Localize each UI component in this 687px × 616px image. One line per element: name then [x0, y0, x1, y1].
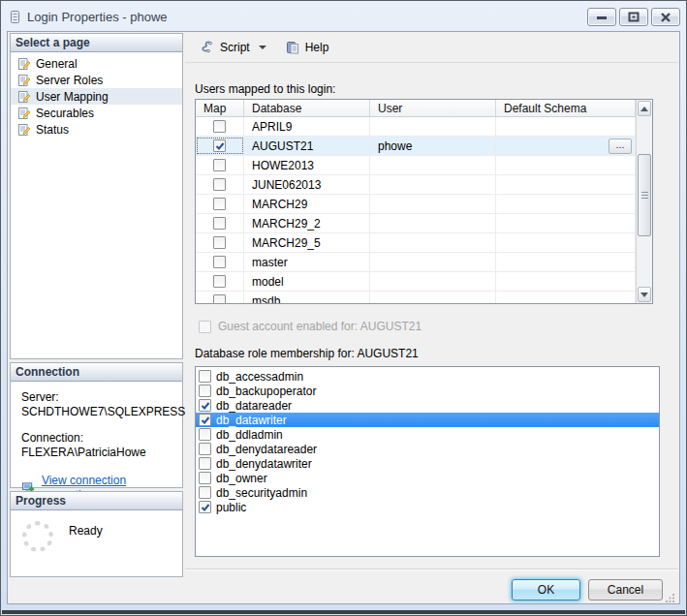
map-cell[interactable]	[196, 117, 244, 136]
role-checkbox[interactable]	[199, 472, 211, 484]
map-cell[interactable]	[196, 137, 244, 155]
user-cell[interactable]	[370, 156, 496, 174]
close-button[interactable]	[651, 8, 680, 26]
map-checkbox[interactable]	[213, 120, 226, 133]
maximize-button[interactable]	[619, 8, 648, 26]
minimize-button[interactable]	[587, 8, 616, 26]
scroll-up-button[interactable]	[638, 101, 651, 116]
user-cell[interactable]	[370, 292, 496, 303]
table-row[interactable]: AUGUST21phowe...	[196, 137, 636, 156]
default-schema-cell[interactable]	[496, 233, 636, 252]
map-cell[interactable]	[196, 195, 244, 213]
table-row[interactable]: model	[196, 272, 636, 292]
default-schema-cell[interactable]: ...	[496, 137, 636, 155]
role-checkbox[interactable]	[199, 399, 211, 412]
map-cell[interactable]	[196, 214, 244, 232]
resize-grip[interactable]	[666, 593, 675, 602]
role-row-db_securityadmin[interactable]: db_securityadmin	[196, 485, 659, 500]
default-schema-cell[interactable]	[496, 272, 636, 291]
table-row[interactable]: MARCH29_5	[196, 233, 636, 253]
database-cell[interactable]: AUGUST21	[244, 137, 370, 155]
role-row-db_denydatareader[interactable]: db_denydatareader	[196, 442, 659, 456]
default-schema-cell[interactable]	[496, 195, 636, 213]
default-schema-cell[interactable]	[496, 214, 636, 232]
role-checkbox[interactable]	[199, 486, 211, 499]
table-row[interactable]: HOWE2013	[196, 156, 636, 175]
default-schema-cell[interactable]	[496, 292, 636, 303]
table-row[interactable]: msdb	[196, 292, 636, 303]
role-row-db_accessadmin[interactable]: db_accessadmin	[196, 369, 659, 384]
map-checkbox[interactable]	[213, 159, 226, 171]
table-row[interactable]: MARCH29_2	[196, 214, 636, 233]
map-checkbox[interactable]	[213, 275, 226, 288]
help-button[interactable]: Help	[280, 37, 334, 58]
user-cell[interactable]	[370, 195, 496, 213]
database-cell[interactable]: master	[244, 253, 370, 271]
map-checkbox[interactable]	[213, 217, 226, 230]
database-cell[interactable]: HOWE2013	[244, 156, 370, 174]
sidebar-item-server-roles[interactable]: Server Roles	[11, 72, 182, 88]
role-checkbox[interactable]	[199, 443, 211, 455]
ok-button[interactable]: OK	[512, 579, 580, 601]
sidebar-item-status[interactable]: Status	[11, 121, 182, 138]
map-checkbox[interactable]	[213, 198, 226, 210]
map-cell[interactable]	[196, 156, 244, 174]
table-row[interactable]: MARCH29	[196, 195, 636, 214]
database-cell[interactable]: msdb	[244, 292, 370, 303]
user-cell[interactable]	[370, 214, 496, 232]
database-cell[interactable]: APRIL9	[244, 117, 370, 136]
user-cell[interactable]	[370, 233, 496, 252]
browse-schema-button[interactable]: ...	[609, 139, 632, 154]
map-cell[interactable]	[196, 233, 244, 252]
role-row-db_datawriter[interactable]: db_datawriter	[196, 413, 659, 427]
scrollbar-thumb[interactable]	[638, 154, 651, 236]
database-cell[interactable]: MARCH29_5	[244, 233, 370, 252]
role-row-db_backupoperator[interactable]: db_backupoperator	[196, 384, 659, 398]
script-button[interactable]: Script	[195, 37, 255, 58]
role-row-db_denydatawriter[interactable]: db_denydatawriter	[196, 456, 659, 471]
user-cell[interactable]	[370, 117, 496, 136]
role-checkbox[interactable]	[199, 428, 211, 441]
grid-scrollbar[interactable]	[636, 100, 652, 303]
script-dropdown[interactable]	[255, 43, 270, 52]
default-schema-cell[interactable]	[496, 175, 636, 194]
scroll-down-button[interactable]	[638, 287, 651, 302]
database-cell[interactable]: JUNE062013	[244, 175, 370, 194]
map-cell[interactable]	[196, 175, 244, 194]
sidebar-item-general[interactable]: General	[11, 55, 182, 72]
sidebar-item-user-mapping[interactable]: User Mapping	[11, 88, 182, 105]
map-cell[interactable]	[196, 253, 244, 271]
map-cell[interactable]	[196, 272, 244, 291]
user-cell[interactable]	[370, 272, 496, 291]
map-cell[interactable]	[196, 292, 244, 303]
user-cell[interactable]	[370, 175, 496, 194]
role-row-db_datareader[interactable]: db_datareader	[196, 398, 659, 413]
database-cell[interactable]: MARCH29_2	[244, 214, 370, 232]
map-checkbox[interactable]	[213, 294, 226, 303]
default-schema-cell[interactable]	[496, 253, 636, 271]
sidebar-item-securables[interactable]: Securables	[11, 105, 182, 121]
default-schema-cell[interactable]	[496, 117, 636, 136]
role-row-db_owner[interactable]: db_owner	[196, 471, 659, 485]
role-row-public[interactable]: public	[196, 500, 659, 514]
role-checkbox[interactable]	[199, 414, 211, 426]
role-checkbox[interactable]	[199, 457, 211, 470]
map-checkbox[interactable]	[213, 178, 226, 191]
role-checkbox[interactable]	[199, 501, 211, 513]
database-cell[interactable]: MARCH29	[244, 195, 370, 213]
map-checkbox[interactable]	[213, 236, 226, 249]
user-cell[interactable]: phowe	[370, 137, 496, 155]
database-cell[interactable]: model	[244, 272, 370, 291]
table-row[interactable]: master	[196, 253, 636, 272]
role-row-db_ddladmin[interactable]: db_ddladmin	[196, 427, 659, 442]
user-cell[interactable]	[370, 253, 496, 271]
role-name: db_backupoperator	[216, 385, 316, 398]
map-checkbox[interactable]	[213, 256, 226, 268]
table-row[interactable]: APRIL9	[196, 117, 636, 137]
role-checkbox[interactable]	[199, 385, 211, 397]
cancel-button[interactable]: Cancel	[588, 579, 663, 601]
table-row[interactable]: JUNE062013	[196, 175, 636, 195]
map-checkbox[interactable]	[213, 139, 226, 152]
default-schema-cell[interactable]	[496, 156, 636, 174]
role-checkbox[interactable]	[199, 370, 211, 383]
